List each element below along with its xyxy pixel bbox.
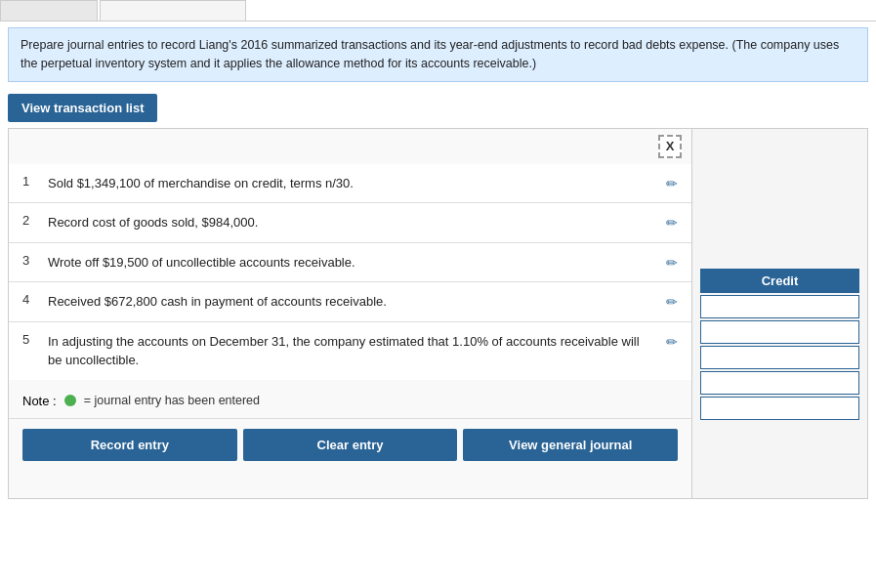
tab-2[interactable] <box>100 0 246 21</box>
transaction-number: 5 <box>22 332 38 347</box>
table-row: 1 Sold $1,349,100 of merchandise on cred… <box>9 164 691 204</box>
note-text: = journal entry has been entered <box>84 394 260 407</box>
left-panel: X 1 Sold $1,349,100 of merchandise on cr… <box>8 128 692 499</box>
transaction-text: Wrote off $19,500 of uncollectible accou… <box>48 253 656 273</box>
credit-input-2[interactable] <box>700 320 859 344</box>
note-row: Note : = journal entry has been entered <box>9 384 691 418</box>
table-row: 4 Received $672,800 cash in payment of a… <box>9 282 691 322</box>
transaction-text: In adjusting the accounts on December 31… <box>48 332 656 370</box>
table-row: 3 Wrote off $19,500 of uncollectible acc… <box>9 243 691 283</box>
edit-icon[interactable]: ✏ <box>666 215 678 231</box>
transactions-list: 1 Sold $1,349,100 of merchandise on cred… <box>9 160 691 384</box>
edit-icon[interactable]: ✏ <box>666 294 678 310</box>
bottom-buttons: Record entry Clear entry View general jo… <box>9 418 691 471</box>
edit-icon[interactable]: ✏ <box>666 334 678 350</box>
credit-inputs <box>700 295 859 420</box>
transaction-text: Received $672,800 cash in payment of acc… <box>48 292 656 312</box>
transaction-number: 1 <box>22 174 38 189</box>
view-transaction-button[interactable]: View transaction list <box>8 94 157 122</box>
main-content: X 1 Sold $1,349,100 of merchandise on cr… <box>8 128 868 499</box>
credit-input-1[interactable] <box>700 295 859 318</box>
green-dot-icon <box>64 395 76 406</box>
credit-header: Credit <box>700 269 859 293</box>
transaction-text: Sold $1,349,100 of merchandise on credit… <box>48 174 656 193</box>
note-prefix: Note : <box>22 394 57 408</box>
top-bar <box>0 0 876 21</box>
close-button[interactable]: X <box>658 135 682 158</box>
right-panel: › Credit <box>692 128 868 499</box>
transaction-text: Record cost of goods sold, $984,000. <box>48 213 656 232</box>
table-row: 2 Record cost of goods sold, $984,000. ✏ <box>9 203 691 243</box>
edit-icon[interactable]: ✏ <box>666 255 678 271</box>
tab-1[interactable] <box>0 0 98 21</box>
table-row: 5 In adjusting the accounts on December … <box>9 322 691 380</box>
transaction-number: 2 <box>22 213 38 228</box>
x-button-row: X <box>9 129 691 160</box>
transaction-number: 4 <box>22 292 38 307</box>
clear-entry-button[interactable]: Clear entry <box>243 429 458 461</box>
info-box: Prepare journal entries to record Liang'… <box>8 27 868 82</box>
credit-section: Credit <box>692 269 867 420</box>
credit-input-4[interactable] <box>700 371 859 395</box>
record-entry-button[interactable]: Record entry <box>22 429 237 461</box>
info-text: Prepare journal entries to record Liang'… <box>21 38 839 70</box>
credit-input-5[interactable] <box>700 397 859 420</box>
edit-icon[interactable]: ✏ <box>666 176 678 191</box>
credit-input-3[interactable] <box>700 346 859 369</box>
view-general-journal-button[interactable]: View general journal <box>463 429 678 461</box>
transaction-number: 3 <box>22 253 38 268</box>
